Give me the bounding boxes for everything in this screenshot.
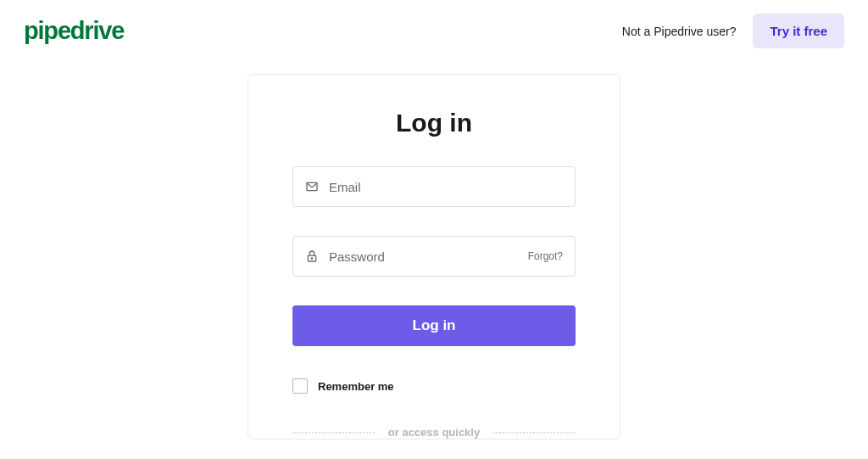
page-title: Log in (292, 109, 576, 137)
mail-icon (305, 180, 319, 193)
not-user-text: Not a Pipedrive user? (622, 25, 737, 38)
svg-point-2 (311, 258, 312, 259)
remember-label[interactable]: Remember me (318, 380, 394, 393)
email-input-group[interactable] (292, 166, 576, 207)
forgot-password-link[interactable]: Forgot? (528, 250, 563, 262)
header-right: Not a Pipedrive user? Try it free (622, 14, 844, 48)
divider-line-right (493, 432, 576, 434)
password-field[interactable] (329, 237, 521, 276)
divider-row: or access quickly (292, 426, 576, 439)
remember-checkbox[interactable] (292, 378, 308, 394)
divider-text: or access quickly (388, 426, 480, 439)
divider-line-left (292, 432, 375, 434)
lock-icon (305, 249, 319, 263)
login-card: Log in Forgot? Log in Remember me or acc… (248, 74, 620, 439)
password-input-group[interactable]: Forgot? (292, 236, 576, 277)
logo[interactable]: pipedrive (24, 17, 124, 45)
try-free-button[interactable]: Try it free (753, 14, 844, 48)
header: pipedrive Not a Pipedrive user? Try it f… (0, 0, 868, 62)
remember-row: Remember me (292, 378, 576, 394)
email-field[interactable] (329, 167, 563, 206)
login-button[interactable]: Log in (292, 305, 576, 346)
